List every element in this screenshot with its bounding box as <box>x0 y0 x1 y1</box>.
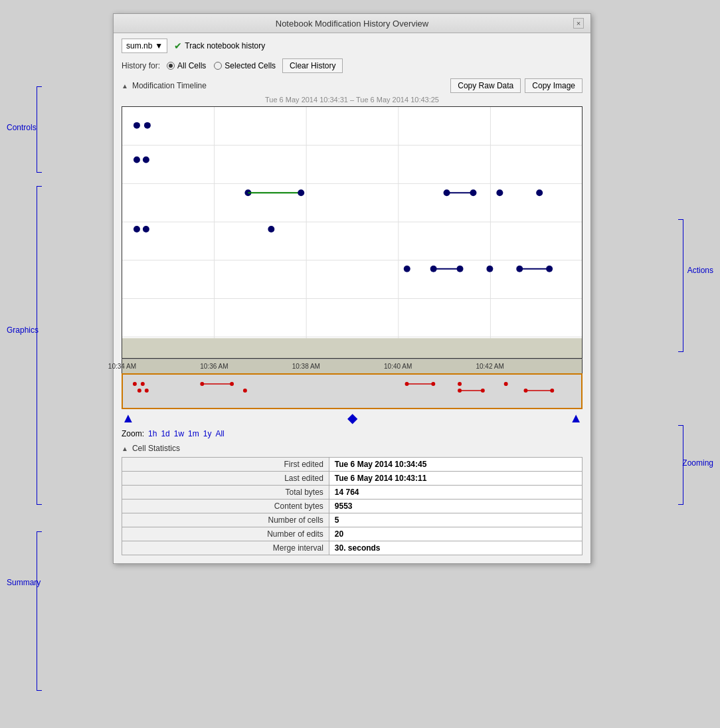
dialog-title: Notebook Modification History Overview <box>131 19 573 29</box>
svg-rect-33 <box>122 338 582 358</box>
close-button[interactable]: × <box>573 18 584 29</box>
stats-value-2: 14 764 <box>329 486 582 500</box>
svg-point-13 <box>143 157 149 163</box>
zoom-arrow-center[interactable]: ◆ <box>347 410 357 426</box>
stats-value-0: Tue 6 May 2014 10:34:45 <box>329 458 582 472</box>
main-chart[interactable] <box>122 106 583 359</box>
all-cells-radio-indicator <box>167 62 175 70</box>
history-row: History for: All Cells Selected Cells Cl… <box>122 58 583 73</box>
zoom-1y[interactable]: 1y <box>203 429 212 438</box>
zoom-arrow-right[interactable]: ▲ <box>569 410 583 426</box>
svg-point-29 <box>486 266 493 272</box>
svg-point-32 <box>546 266 553 272</box>
svg-point-41 <box>243 389 247 393</box>
track-history-checkbox[interactable]: ✔ Track notebook history <box>174 41 265 51</box>
zoom-arrows-row: ▲ ◆ ▲ <box>122 409 583 426</box>
timeline-buttons: Copy Raw Data Copy Image <box>450 78 583 93</box>
zoom-all[interactable]: All <box>215 429 224 438</box>
all-cells-radio[interactable]: All Cells <box>167 61 206 70</box>
controls-bracket <box>37 86 42 173</box>
svg-point-24 <box>268 226 274 232</box>
summary-bracket <box>37 531 42 691</box>
stats-row-0: First edited Tue 6 May 2014 10:34:45 <box>122 458 583 472</box>
zoom-1h[interactable]: 1h <box>148 429 157 438</box>
svg-point-35 <box>141 382 145 386</box>
stats-label-5: Number of edits <box>122 527 329 541</box>
stats-value-5: 20 <box>329 527 582 541</box>
svg-point-49 <box>504 382 508 386</box>
selected-cells-radio[interactable]: Selected Cells <box>214 61 276 70</box>
stats-label-4: Number of cells <box>122 513 329 527</box>
svg-point-52 <box>550 389 554 393</box>
zoom-shortcuts: Zoom: 1h 1d 1w 1m 1y All <box>122 429 583 438</box>
time-tick-1: 10:36 AM <box>200 363 228 370</box>
stats-section-label: Cell Statistics <box>132 444 180 453</box>
summary-label: Summary <box>7 578 41 587</box>
svg-point-34 <box>133 382 137 386</box>
time-tick-2: 10:38 AM <box>292 363 320 370</box>
timeline-section-label: Modification Timeline <box>132 81 207 90</box>
svg-point-44 <box>431 382 435 386</box>
track-history-label: Track notebook history <box>185 41 265 50</box>
svg-point-21 <box>536 189 543 196</box>
stats-value-3: 9553 <box>329 500 582 513</box>
stats-row-5: Number of edits 20 <box>122 527 583 541</box>
clear-history-button[interactable]: Clear History <box>282 58 343 73</box>
svg-point-40 <box>230 382 234 386</box>
graphics-label: Graphics <box>7 325 39 335</box>
stats-label-6: Merge interval <box>122 541 329 555</box>
zoom-strip[interactable] <box>122 373 583 409</box>
controls-label: Controls <box>7 123 37 132</box>
time-axis: 10:34 AM 10:36 AM 10:38 AM 10:40 AM 10:4… <box>122 359 583 373</box>
svg-point-45 <box>458 382 462 386</box>
selected-cells-radio-indicator <box>214 62 222 70</box>
svg-point-12 <box>134 157 140 163</box>
svg-point-28 <box>457 266 464 272</box>
titlebar: Notebook Modification History Overview × <box>114 14 590 33</box>
zoom-strip-svg <box>123 375 581 409</box>
all-cells-label: All Cells <box>177 61 206 70</box>
timeline-section-header: ▲ Modification Timeline Copy Raw Data Co… <box>122 78 583 93</box>
copy-raw-data-button[interactable]: Copy Raw Data <box>450 78 521 93</box>
stats-row-4: Number of cells 5 <box>122 513 583 527</box>
svg-point-36 <box>137 389 141 393</box>
copy-image-button[interactable]: Copy Image <box>525 78 583 93</box>
svg-point-11 <box>144 122 151 129</box>
history-for-label: History for: <box>122 61 160 70</box>
svg-point-19 <box>470 189 476 196</box>
zoom-1m[interactable]: 1m <box>188 429 199 438</box>
zoom-arrow-left[interactable]: ▲ <box>122 410 135 426</box>
notebook-dropdown[interactable]: sum.nb ▼ <box>122 39 167 53</box>
date-range: Tue 6 May 2014 10:34:31 – Tue 6 May 2014… <box>122 96 583 104</box>
zoom-1w[interactable]: 1w <box>174 429 184 438</box>
stats-row-6: Merge interval 30. seconds <box>122 541 583 555</box>
stats-value-4: 5 <box>329 513 582 527</box>
stats-caret-icon[interactable]: ▲ <box>122 445 128 452</box>
stats-row-1: Last edited Tue 6 May 2014 10:43:11 <box>122 472 583 486</box>
dialog-body: sum.nb ▼ ✔ Track notebook history Histor… <box>114 33 590 563</box>
svg-point-37 <box>145 389 149 393</box>
stats-value-1: Tue 6 May 2014 10:43:11 <box>329 472 582 486</box>
stats-label-1: Last edited <box>122 472 329 486</box>
svg-point-23 <box>143 226 149 232</box>
time-tick-0: 10:34 AM <box>108 363 136 370</box>
stats-label-2: Total bytes <box>122 486 329 500</box>
time-tick-3: 10:40 AM <box>384 363 412 370</box>
zoom-1d[interactable]: 1d <box>161 429 169 438</box>
dropdown-arrow-icon: ▼ <box>155 41 163 50</box>
svg-point-22 <box>134 226 140 232</box>
stats-row-3: Content bytes 9553 <box>122 500 583 513</box>
selected-cells-label: Selected Cells <box>225 61 276 70</box>
toolbar-row: sum.nb ▼ ✔ Track notebook history <box>122 39 583 53</box>
time-tick-4: 10:42 AM <box>476 363 503 370</box>
stats-row-2: Total bytes 14 764 <box>122 486 583 500</box>
chart-svg <box>122 107 582 358</box>
stats-label-0: First edited <box>122 458 329 472</box>
timeline-caret-icon[interactable]: ▲ <box>122 82 128 90</box>
stats-label-3: Content bytes <box>122 500 329 513</box>
zoom-label: Zoom: <box>122 429 144 438</box>
zooming-bracket <box>678 425 683 505</box>
stats-table: First edited Tue 6 May 2014 10:34:45 Las… <box>122 457 583 555</box>
svg-point-48 <box>481 389 485 393</box>
svg-point-25 <box>404 266 410 272</box>
